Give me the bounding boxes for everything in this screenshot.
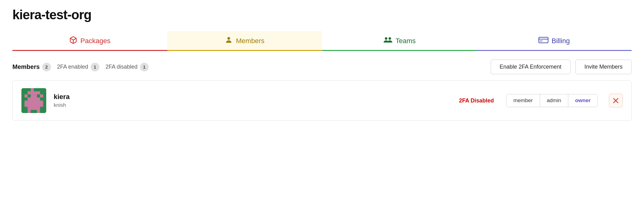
- twofa-enabled-filter[interactable]: 2FA enabled 1: [57, 63, 99, 71]
- member-card: kiera knish 2FA Disabled member admin ow…: [12, 80, 632, 121]
- member-info: kiera knish: [54, 93, 91, 108]
- tab-members[interactable]: Members: [167, 31, 322, 51]
- svg-rect-17: [40, 101, 43, 107]
- member-display-name: kiera: [54, 93, 91, 101]
- svg-rect-18: [31, 88, 34, 91]
- twofa-disabled-filter[interactable]: 2FA disabled 1: [106, 63, 149, 71]
- tab-packages-label: Packages: [80, 37, 110, 45]
- members-count-badge: 2: [42, 63, 51, 71]
- svg-rect-15: [37, 110, 40, 113]
- package-icon: [69, 36, 77, 46]
- team-icon: [383, 36, 392, 46]
- svg-rect-16: [25, 101, 28, 107]
- role-admin-button[interactable]: admin: [540, 94, 568, 107]
- svg-point-1: [227, 37, 230, 40]
- role-selector: member admin owner: [506, 94, 598, 107]
- tab-members-label: Members: [236, 37, 264, 45]
- twofa-status-badge: 2FA Disabled: [459, 97, 494, 104]
- member-username: knish: [54, 102, 91, 108]
- person-icon: [225, 36, 233, 46]
- svg-rect-4: [539, 37, 548, 43]
- tab-teams-label: Teams: [395, 37, 416, 45]
- tab-nav: Packages Members Teams: [12, 31, 632, 51]
- tab-teams[interactable]: Teams: [322, 31, 477, 51]
- twofa-disabled-label: 2FA disabled: [106, 64, 137, 70]
- svg-rect-11: [25, 94, 28, 97]
- svg-rect-12: [40, 94, 43, 97]
- members-label: Members: [12, 63, 40, 70]
- credit-card-icon: [538, 36, 548, 46]
- avatar: [21, 88, 46, 113]
- members-filters: Members 2 2FA enabled 1 2FA disabled 1: [12, 63, 491, 71]
- tab-packages[interactable]: Packages: [12, 31, 167, 51]
- tab-billing[interactable]: Billing: [477, 31, 632, 51]
- members-actions: Enable 2FA Enforcement Invite Members: [491, 60, 632, 74]
- members-count-group: Members 2: [12, 63, 51, 71]
- twofa-enabled-badge: 1: [91, 63, 99, 71]
- remove-member-button[interactable]: [609, 94, 623, 107]
- invite-members-button[interactable]: Invite Members: [575, 60, 632, 74]
- svg-point-2: [385, 37, 387, 40]
- twofa-disabled-badge: 1: [140, 63, 149, 71]
- role-member-button[interactable]: member: [507, 94, 540, 107]
- enable-2fa-button[interactable]: Enable 2FA Enforcement: [491, 60, 570, 74]
- svg-rect-14: [28, 110, 31, 113]
- svg-rect-9: [28, 94, 31, 97]
- svg-point-3: [389, 37, 391, 40]
- svg-rect-10: [37, 94, 40, 97]
- tab-billing-label: Billing: [552, 37, 570, 45]
- svg-rect-19: [34, 88, 37, 91]
- twofa-enabled-label: 2FA enabled: [57, 64, 88, 70]
- page-title: kiera-test-org: [12, 7, 632, 22]
- members-bar: Members 2 2FA enabled 1 2FA disabled 1 E…: [12, 60, 632, 74]
- svg-rect-13: [28, 101, 40, 110]
- role-owner-button[interactable]: owner: [568, 94, 597, 107]
